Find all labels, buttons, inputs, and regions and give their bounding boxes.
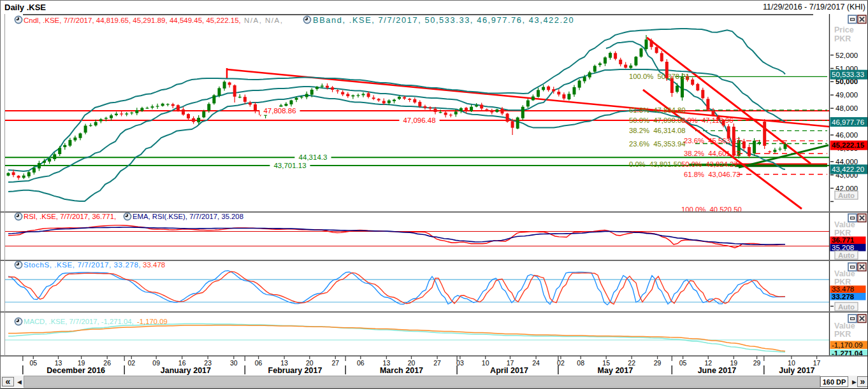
svg-text:44,000: 44,000 [835,158,858,166]
svg-text:June 2017: June 2017 [698,366,737,375]
svg-text:06: 06 [357,359,365,367]
svg-text:Auto: Auto [838,192,855,199]
svg-text:49,000: 49,000 [835,91,858,99]
svg-text:January 2017: January 2017 [161,366,211,375]
svg-text:35.208: 35.208 [832,244,854,251]
svg-text:July 2017: July 2017 [779,366,814,375]
svg-text:33.278: 33.278 [832,293,855,301]
svg-text:0.0% 43,801.50: 0.0% 43,801.50 [629,160,681,168]
svg-text:Auto: Auto [838,251,855,259]
svg-text:23.6% 45,353.94: 23.6% 45,353.94 [629,140,686,148]
svg-text:05: 05 [679,359,687,367]
svg-text:09: 09 [152,359,160,367]
svg-text:April 2017: April 2017 [490,366,528,375]
svg-text:05: 05 [29,359,37,367]
svg-text:47,096.48: 47,096.48 [403,117,435,124]
svg-text:10: 10 [482,359,489,367]
svg-text:02: 02 [127,359,135,367]
svg-text:PKR: PKR [834,330,851,339]
svg-text:-1,170.09: -1,170.09 [832,341,863,349]
svg-text:50.0% 47,090.06: 50.0% 47,090.06 [629,117,686,124]
svg-text:StochS, .KSE, 7/7/2017, 33.278: StochS, .KSE, 7/7/2017, 33.278, [24,261,141,269]
svg-text:36.771: 36.771 [832,236,855,244]
svg-text:27: 27 [331,359,339,367]
svg-text:46,000: 46,000 [835,131,858,139]
svg-text:February 2017: February 2017 [268,366,322,375]
svg-text:0.0% 47,118.96: 0.0% 47,118.96 [681,117,733,124]
svg-text:Value: Value [834,269,855,278]
svg-text:Cndl, .KSE, 7/7/2017, 44,819.6: Cndl, .KSE, 7/7/2017, 44,819.65, 45,291.… [24,17,241,24]
svg-text:33.478: 33.478 [832,285,854,293]
svg-text:100.0% 50,378.21: 100.0% 50,378.21 [629,73,690,80]
svg-text:50.0% 43,824.27: 50.0% 43,824.27 [681,160,738,168]
svg-text:46,977.76: 46,977.76 [832,118,864,126]
svg-text:BBand, .KSE, 7/7/2017, 50,533.: BBand, .KSE, 7/7/2017, 50,533.33, 46,977… [313,15,574,25]
svg-text:Value: Value [834,220,855,229]
svg-text:06: 06 [255,359,263,367]
svg-text:Price: Price [834,25,854,34]
svg-text:61.8% 47,864.80: 61.8% 47,864.80 [629,106,686,114]
svg-text:61.8% 43,046.73: 61.8% 43,046.73 [684,171,741,178]
svg-text:43,422.20: 43,422.20 [832,166,864,173]
svg-text:48,000: 48,000 [835,104,858,112]
svg-text:Auto: Auto [838,303,855,311]
svg-text:30: 30 [230,359,238,367]
svg-text:45,222.15: 45,222.15 [832,141,865,149]
svg-text:RSI, .KSE, 7/7/2017, 36.771,: RSI, .KSE, 7/7/2017, 36.771, [24,213,116,220]
svg-text:52,000: 52,000 [835,52,858,59]
svg-text:44,314.3: 44,314.3 [299,153,328,161]
svg-text:23.6% 45,563.87: 23.6% 45,563.87 [684,137,741,145]
svg-text:EMA, RSI(.KSE), 7/7/2017, 35.2: EMA, RSI(.KSE), 7/7/2017, 35.208 [133,213,243,220]
svg-text:29: 29 [753,359,761,367]
svg-text:May 2017: May 2017 [598,366,633,375]
svg-text:MACD, .KSE, 7/7/2017, -1,271.0: MACD, .KSE, 7/7/2017, -1,271.04, [24,318,134,325]
svg-text:38.2% 46,314.08: 38.2% 46,314.08 [629,127,686,134]
svg-text:Value: Value [834,322,855,330]
svg-text:08: 08 [577,359,584,367]
svg-text:29: 29 [654,359,662,367]
svg-text:March 2017: March 2017 [380,366,423,375]
svg-text:-1,271.04: -1,271.04 [832,350,863,355]
svg-text:27: 27 [433,359,441,367]
svg-text:-1,170.09: -1,170.09 [137,318,168,325]
svg-text:24: 24 [532,359,540,367]
svg-text:38.2% 44,601.82: 38.2% 44,601.82 [684,150,741,157]
svg-text:33.478: 33.478 [143,261,165,269]
svg-text:50,533.33: 50,533.33 [832,71,864,78]
svg-text:43,701.13: 43,701.13 [273,162,306,169]
svg-text:100.0% 40,520.50: 100.0% 40,520.50 [681,206,742,212]
svg-text:PKR: PKR [834,34,851,43]
svg-text:N/A, N/A,: N/A, N/A, [244,17,283,24]
svg-text:December 2016: December 2016 [47,366,105,375]
svg-text:47,808.86: 47,808.86 [263,107,296,115]
